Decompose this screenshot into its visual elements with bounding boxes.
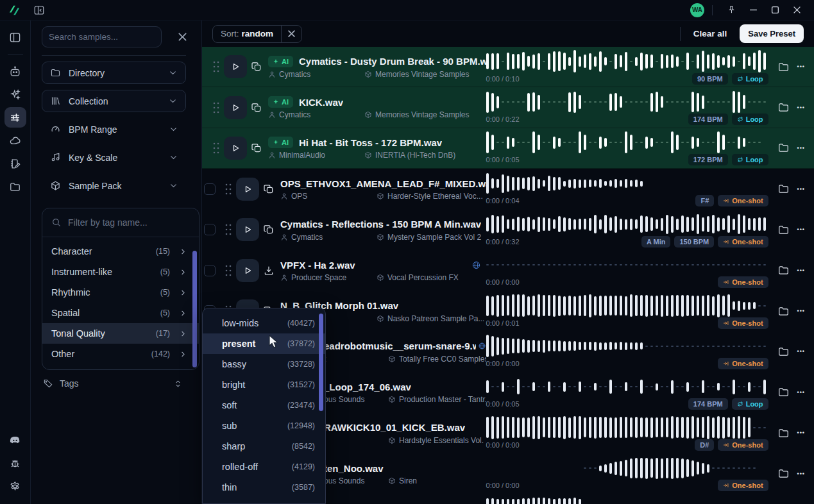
rail-item-settings[interactable] bbox=[4, 476, 26, 496]
row-more-button[interactable]: ••• bbox=[797, 348, 805, 355]
row-folder-button[interactable] bbox=[777, 61, 790, 73]
row-more-button[interactable]: ••• bbox=[797, 471, 805, 477]
popup-item-bassy[interactable]: bassy(33728) bbox=[203, 354, 325, 374]
filter-directory[interactable]: Directory bbox=[42, 62, 186, 84]
play-button[interactable] bbox=[224, 137, 247, 160]
popup-item-present[interactable]: present(37872) bbox=[203, 333, 325, 354]
drag-handle[interactable] bbox=[212, 142, 220, 155]
rail-item-assistant-bot[interactable] bbox=[4, 61, 26, 81]
filter-bpm-range[interactable]: BPM Range bbox=[42, 118, 186, 140]
sample-row[interactable]: AICymatics - Dusty Drum Break - 90 BPM.w… bbox=[202, 47, 814, 87]
row-checkbox[interactable] bbox=[204, 224, 216, 235]
rail-item-discord[interactable] bbox=[4, 430, 26, 450]
row-folder-button[interactable] bbox=[777, 386, 790, 398]
popup-item-sharp[interactable]: sharp(8542) bbox=[203, 436, 325, 457]
row-more-button[interactable]: ••• bbox=[797, 105, 805, 111]
avatar[interactable]: WA bbox=[690, 3, 704, 17]
play-button[interactable] bbox=[236, 259, 259, 282]
row-more-button[interactable]: ••• bbox=[797, 389, 805, 396]
row-more-button[interactable]: ••• bbox=[797, 226, 805, 233]
sidebar-collapse-button[interactable] bbox=[31, 3, 47, 17]
remove-sort-button[interactable] bbox=[281, 26, 301, 42]
save-preset-button[interactable]: Save Preset bbox=[740, 24, 804, 43]
sample-row[interactable]: VPFX - Ha 2.wavProducer SpaceVocal Percu… bbox=[202, 250, 814, 290]
drag-handle[interactable] bbox=[225, 223, 232, 236]
popup-item-bright[interactable]: bright(31527) bbox=[203, 374, 325, 395]
row-checkbox[interactable] bbox=[204, 183, 216, 195]
drag-handle[interactable] bbox=[225, 183, 232, 196]
rail-item-notes[interactable] bbox=[4, 153, 26, 174]
tag-category-instrument-like[interactable]: Instrument-like(5) bbox=[42, 262, 199, 282]
row-more-button[interactable]: ••• bbox=[797, 145, 805, 151]
sample-search-input[interactable] bbox=[42, 32, 162, 42]
rail-item-filters[interactable] bbox=[4, 107, 26, 128]
row-folder-button[interactable] bbox=[777, 142, 790, 154]
tag-category-rhythmic[interactable]: Rhythmic(5) bbox=[42, 282, 199, 303]
sample-row[interactable]: AIKICK.wavCymaticsMemories Vintage Sampl… bbox=[202, 87, 814, 128]
popup-item-thin[interactable]: thin(3587) bbox=[203, 477, 325, 498]
copy-button[interactable] bbox=[263, 183, 275, 195]
waveform[interactable] bbox=[486, 416, 768, 439]
waveform[interactable] bbox=[486, 90, 768, 113]
waveform[interactable] bbox=[486, 497, 768, 504]
copy-button[interactable] bbox=[263, 224, 275, 235]
waveform[interactable] bbox=[486, 131, 768, 154]
popup-item-sub[interactable]: sub(12948) bbox=[203, 416, 325, 436]
row-more-button[interactable]: ••• bbox=[797, 63, 805, 70]
download-button[interactable] bbox=[263, 265, 275, 276]
sample-row[interactable]: AIHi Hat - Bit Toss - 172 BPM.wavMinimal… bbox=[202, 128, 814, 169]
row-more-button[interactable]: ••• bbox=[797, 308, 805, 314]
pin-button[interactable] bbox=[720, 2, 742, 19]
waveform[interactable] bbox=[486, 335, 768, 358]
tag-category-spatial[interactable]: Spatial(5) bbox=[42, 303, 199, 323]
waveform[interactable] bbox=[486, 172, 768, 195]
waveform[interactable] bbox=[486, 253, 768, 276]
rail-item-panel[interactable] bbox=[4, 27, 26, 47]
clear-search-button[interactable] bbox=[173, 28, 192, 47]
row-more-button[interactable]: ••• bbox=[797, 186, 805, 192]
waveform[interactable] bbox=[486, 457, 768, 480]
rail-item-bug[interactable] bbox=[4, 453, 26, 473]
tag-category-tonal-quality[interactable]: Tonal Quality(17) bbox=[42, 323, 199, 344]
waveform[interactable] bbox=[486, 213, 768, 236]
copy-button[interactable] bbox=[251, 102, 262, 113]
play-button[interactable] bbox=[236, 218, 259, 241]
row-folder-button[interactable] bbox=[777, 101, 790, 113]
popup-item-soft[interactable]: soft(23474) bbox=[203, 395, 325, 416]
row-checkbox[interactable] bbox=[204, 265, 216, 276]
waveform[interactable] bbox=[486, 375, 768, 398]
row-folder-button[interactable] bbox=[777, 305, 790, 317]
tag-list-scrollbar[interactable] bbox=[192, 251, 197, 367]
sample-row[interactable]: OPS_ETHVOX1_AMENA_LEAD_F#_MIXED.wavOPSHa… bbox=[202, 169, 814, 209]
row-folder-button[interactable] bbox=[777, 467, 790, 480]
drag-handle[interactable] bbox=[225, 264, 232, 277]
minimize-button[interactable] bbox=[742, 2, 764, 19]
row-folder-button[interactable] bbox=[777, 224, 790, 236]
drag-handle[interactable] bbox=[212, 60, 220, 73]
play-button[interactable] bbox=[224, 96, 247, 119]
close-button[interactable] bbox=[786, 2, 808, 19]
filter-key-scale[interactable]: Key & Scale bbox=[42, 146, 186, 169]
row-folder-button[interactable] bbox=[777, 264, 790, 276]
rail-item-folder[interactable] bbox=[4, 176, 26, 197]
clear-all-button[interactable]: Clear all bbox=[693, 29, 727, 38]
row-more-button[interactable]: ••• bbox=[797, 267, 805, 274]
tag-category-other[interactable]: Other(142) bbox=[42, 344, 199, 364]
tag-search-box[interactable] bbox=[42, 208, 199, 237]
rail-item-cloud[interactable] bbox=[4, 130, 26, 151]
play-button[interactable] bbox=[236, 178, 259, 201]
popup-scrollbar[interactable] bbox=[319, 314, 323, 411]
row-folder-button[interactable] bbox=[777, 427, 790, 439]
maximize-button[interactable] bbox=[764, 2, 786, 19]
sample-search-box[interactable] bbox=[42, 26, 162, 47]
tag-category-character[interactable]: Character(15) bbox=[42, 241, 199, 262]
popup-item-rolled-off[interactable]: rolled-off(4129) bbox=[203, 457, 325, 477]
popup-item-low-mids[interactable]: low-mids(40427) bbox=[203, 313, 325, 333]
filter-collection[interactable]: Collection bbox=[42, 90, 186, 112]
sample-row[interactable]: Cymatics - Reflections - 150 BPM A Min.w… bbox=[202, 210, 814, 250]
waveform[interactable] bbox=[486, 50, 768, 73]
tag-search-input[interactable] bbox=[68, 217, 190, 228]
sort-chip[interactable]: Sort:random bbox=[212, 25, 302, 43]
waveform[interactable] bbox=[486, 294, 768, 317]
row-folder-button[interactable] bbox=[777, 183, 790, 195]
